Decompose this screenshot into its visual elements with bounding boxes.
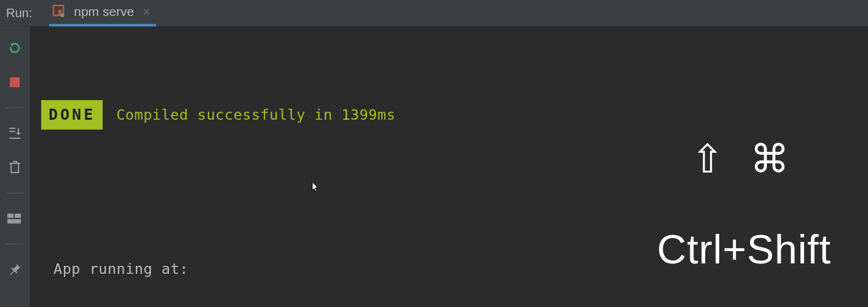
console-output[interactable]: DONE Compiled successfully in 1399ms App… [30,26,868,307]
layout-button[interactable] [6,209,24,228]
separator [6,107,23,108]
npm-icon [52,4,65,20]
close-tab-icon[interactable]: × [143,6,150,18]
done-badge: DONE [41,100,103,130]
compile-message: Compiled successfully in 1399ms [116,102,395,128]
svg-rect-9 [15,214,21,218]
pin-button[interactable] [6,260,24,279]
run-toolwindow-header: Run: npm serve × [0,0,868,26]
run-tab-npm-serve[interactable]: npm serve × [49,0,156,26]
shortcut-hint-overlay: ⇧ ⌘ Ctrl+Shift [657,88,831,307]
run-tab-title: npm serve [74,4,134,19]
svg-point-2 [61,14,65,17]
clear-all-button[interactable] [6,158,24,177]
stop-button[interactable] [6,73,24,91]
svg-rect-8 [7,214,14,218]
run-gutter [0,26,30,307]
rerun-button[interactable] [6,39,24,57]
scroll-to-end-button[interactable] [6,124,24,142]
svg-rect-3 [10,77,20,87]
ctrl-shift-text: Ctrl+Shift [657,236,831,262]
svg-rect-10 [7,219,21,223]
separator [6,193,23,193]
shift-cmd-icons: ⇧ ⌘ [657,139,831,179]
separator [6,244,23,244]
mouse-cursor-icon [308,180,323,195]
run-label: Run: [6,6,32,20]
